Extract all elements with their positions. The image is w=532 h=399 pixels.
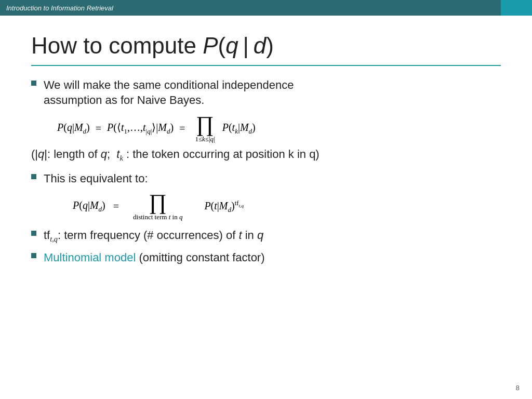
title-rule — [31, 65, 501, 66]
slide-content: How to compute P(q | d) We will make the… — [0, 16, 532, 399]
bullet-item-4: Multinomial model (omitting constant fac… — [31, 250, 501, 265]
multinomial-label: Multinomial model — [44, 251, 136, 264]
bullet-text-2: This is equivalent to: — [44, 171, 148, 187]
bullet-text-3: tft,q: term frequency (# occurrences) of… — [44, 228, 263, 245]
bullet-item-3: tft,q: term frequency (# occurrences) of… — [31, 228, 501, 245]
header-title: Introduction to Information Retrieval — [6, 4, 113, 12]
description-line: (|q|: length of q; tk : the token occurr… — [31, 147, 501, 163]
bullet-marker-1 — [31, 81, 36, 86]
header-bar: Introduction to Information Retrieval — [0, 0, 532, 16]
bullet-text-4: Multinomial model (omitting constant fac… — [44, 250, 265, 265]
formula-1: P(q|Md) = P(⟨t1,…,t|q|⟩|Md) = ∏ 1≤k≤|q| … — [57, 113, 501, 143]
bullet-marker-4 — [31, 253, 36, 258]
header-accent — [501, 0, 532, 16]
page-number: 8 — [516, 384, 520, 392]
bullet-marker-3 — [31, 231, 36, 236]
bullet-text-1: We will make the same conditional indepe… — [44, 77, 294, 108]
bullet-item-1: We will make the same conditional indepe… — [31, 77, 501, 108]
bullet-marker-2 — [31, 174, 36, 179]
slide-title: How to compute P(q | d) — [31, 32, 501, 60]
formula-2: P(q|Md) = ∏ distinct term t in q P(t|Md)… — [73, 191, 501, 221]
bullet-item-2: This is equivalent to: — [31, 171, 501, 187]
multinomial-suffix: (omitting constant factor) — [139, 251, 264, 264]
